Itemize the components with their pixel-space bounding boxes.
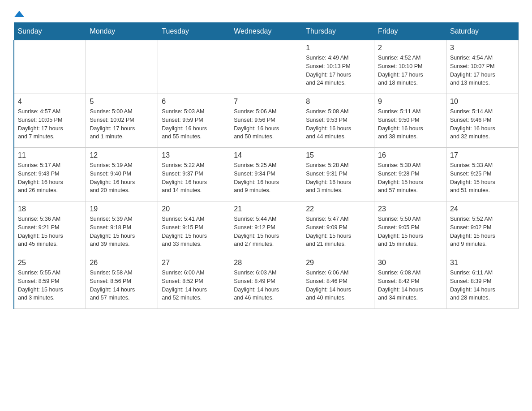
calendar-cell: 18Sunrise: 5:36 AM Sunset: 9:21 PM Dayli… [14, 201, 86, 255]
weekday-header-monday: Monday [86, 23, 158, 40]
day-info: Sunrise: 5:03 AM Sunset: 9:59 PM Dayligh… [162, 107, 226, 141]
calendar-cell: 31Sunrise: 6:11 AM Sunset: 8:39 PM Dayli… [446, 255, 519, 309]
calendar-cell: 26Sunrise: 5:58 AM Sunset: 8:56 PM Dayli… [86, 255, 158, 309]
day-info: Sunrise: 5:55 AM Sunset: 8:59 PM Dayligh… [18, 269, 82, 302]
calendar-cell: 12Sunrise: 5:19 AM Sunset: 9:40 PM Dayli… [86, 148, 158, 201]
calendar-cell: 6Sunrise: 5:03 AM Sunset: 9:59 PM Daylig… [158, 94, 230, 148]
calendar-cell: 30Sunrise: 6:08 AM Sunset: 8:42 PM Dayli… [374, 255, 446, 309]
day-number: 22 [306, 205, 370, 213]
day-info: Sunrise: 5:41 AM Sunset: 9:15 PM Dayligh… [162, 215, 226, 248]
day-number: 18 [18, 205, 82, 213]
day-info: Sunrise: 4:57 AM Sunset: 10:05 PM Daylig… [18, 107, 82, 141]
day-number: 23 [378, 205, 442, 213]
calendar-table: SundayMondayTuesdayWednesdayThursdayFrid… [13, 22, 519, 309]
calendar-cell: 27Sunrise: 6:00 AM Sunset: 8:52 PM Dayli… [158, 255, 230, 309]
day-number: 11 [18, 151, 82, 159]
calendar-cell: 5Sunrise: 5:00 AM Sunset: 10:02 PM Dayli… [86, 94, 158, 148]
day-number: 24 [450, 205, 515, 213]
day-info: Sunrise: 5:58 AM Sunset: 8:56 PM Dayligh… [90, 269, 154, 302]
calendar-cell [158, 40, 230, 94]
weekday-header-thursday: Thursday [302, 23, 374, 40]
day-number: 21 [234, 205, 298, 213]
calendar-week-row: 1Sunrise: 4:49 AM Sunset: 10:13 PM Dayli… [14, 40, 519, 94]
day-number: 4 [18, 98, 82, 106]
weekday-header-wednesday: Wednesday [230, 23, 302, 40]
logo-arrow-icon [14, 9, 24, 19]
calendar-cell [14, 40, 86, 94]
day-number: 10 [450, 98, 515, 106]
day-number: 1 [306, 44, 370, 52]
day-number: 28 [234, 259, 298, 267]
day-info: Sunrise: 6:00 AM Sunset: 8:52 PM Dayligh… [162, 269, 226, 302]
day-info: Sunrise: 5:47 AM Sunset: 9:09 PM Dayligh… [306, 215, 370, 248]
day-info: Sunrise: 4:52 AM Sunset: 10:10 PM Daylig… [378, 54, 442, 87]
day-info: Sunrise: 4:54 AM Sunset: 10:07 PM Daylig… [450, 54, 515, 87]
calendar-cell: 2Sunrise: 4:52 AM Sunset: 10:10 PM Dayli… [374, 40, 446, 94]
calendar-week-row: 4Sunrise: 4:57 AM Sunset: 10:05 PM Dayli… [14, 94, 519, 148]
calendar-header: SundayMondayTuesdayWednesdayThursdayFrid… [14, 23, 519, 40]
day-number: 12 [90, 151, 154, 159]
day-info: Sunrise: 5:30 AM Sunset: 9:28 PM Dayligh… [378, 161, 442, 195]
calendar-body: 1Sunrise: 4:49 AM Sunset: 10:13 PM Dayli… [14, 40, 519, 309]
calendar-cell: 1Sunrise: 4:49 AM Sunset: 10:13 PM Dayli… [302, 40, 374, 94]
day-number: 6 [162, 98, 226, 106]
day-number: 25 [18, 259, 82, 267]
day-number: 17 [450, 151, 515, 159]
day-info: Sunrise: 5:25 AM Sunset: 9:34 PM Dayligh… [234, 161, 298, 195]
day-info: Sunrise: 5:22 AM Sunset: 9:37 PM Dayligh… [162, 161, 226, 195]
calendar-week-row: 11Sunrise: 5:17 AM Sunset: 9:43 PM Dayli… [14, 148, 519, 201]
calendar-cell: 3Sunrise: 4:54 AM Sunset: 10:07 PM Dayli… [446, 40, 519, 94]
calendar-cell: 7Sunrise: 5:06 AM Sunset: 9:56 PM Daylig… [230, 94, 302, 148]
calendar-cell: 14Sunrise: 5:25 AM Sunset: 9:34 PM Dayli… [230, 148, 302, 201]
calendar-cell: 11Sunrise: 5:17 AM Sunset: 9:43 PM Dayli… [14, 148, 86, 201]
day-info: Sunrise: 5:36 AM Sunset: 9:21 PM Dayligh… [18, 215, 82, 248]
day-info: Sunrise: 5:28 AM Sunset: 9:31 PM Dayligh… [306, 161, 370, 195]
day-number: 26 [90, 259, 154, 267]
calendar-cell: 15Sunrise: 5:28 AM Sunset: 9:31 PM Dayli… [302, 148, 374, 201]
day-number: 13 [162, 151, 226, 159]
day-info: Sunrise: 4:49 AM Sunset: 10:13 PM Daylig… [306, 54, 370, 87]
logo [13, 9, 24, 18]
day-info: Sunrise: 6:11 AM Sunset: 8:39 PM Dayligh… [450, 269, 515, 302]
calendar-cell: 13Sunrise: 5:22 AM Sunset: 9:37 PM Dayli… [158, 148, 230, 201]
calendar-cell: 28Sunrise: 6:03 AM Sunset: 8:49 PM Dayli… [230, 255, 302, 309]
calendar-cell: 16Sunrise: 5:30 AM Sunset: 9:28 PM Dayli… [374, 148, 446, 201]
calendar-cell: 19Sunrise: 5:39 AM Sunset: 9:18 PM Dayli… [86, 201, 158, 255]
day-info: Sunrise: 5:50 AM Sunset: 9:05 PM Dayligh… [378, 215, 442, 248]
day-info: Sunrise: 5:52 AM Sunset: 9:02 PM Dayligh… [450, 215, 515, 248]
day-number: 7 [234, 98, 298, 106]
day-number: 30 [378, 259, 442, 267]
day-number: 19 [90, 205, 154, 213]
calendar-cell: 22Sunrise: 5:47 AM Sunset: 9:09 PM Dayli… [302, 201, 374, 255]
calendar-cell: 25Sunrise: 5:55 AM Sunset: 8:59 PM Dayli… [14, 255, 86, 309]
calendar-week-row: 18Sunrise: 5:36 AM Sunset: 9:21 PM Dayli… [14, 201, 519, 255]
day-info: Sunrise: 5:19 AM Sunset: 9:40 PM Dayligh… [90, 161, 154, 195]
day-info: Sunrise: 5:08 AM Sunset: 9:53 PM Dayligh… [306, 107, 370, 141]
day-info: Sunrise: 6:08 AM Sunset: 8:42 PM Dayligh… [378, 269, 442, 302]
day-number: 27 [162, 259, 226, 267]
day-info: Sunrise: 5:00 AM Sunset: 10:02 PM Daylig… [90, 107, 154, 141]
day-number: 29 [306, 259, 370, 267]
calendar-cell: 8Sunrise: 5:08 AM Sunset: 9:53 PM Daylig… [302, 94, 374, 148]
weekday-header-tuesday: Tuesday [158, 23, 230, 40]
calendar-cell: 4Sunrise: 4:57 AM Sunset: 10:05 PM Dayli… [14, 94, 86, 148]
day-number: 14 [234, 151, 298, 159]
day-info: Sunrise: 6:06 AM Sunset: 8:46 PM Dayligh… [306, 269, 370, 302]
day-number: 16 [378, 151, 442, 159]
calendar-cell: 29Sunrise: 6:06 AM Sunset: 8:46 PM Dayli… [302, 255, 374, 309]
weekday-header-saturday: Saturday [446, 23, 519, 40]
weekday-header-sunday: Sunday [14, 23, 86, 40]
weekday-header-row: SundayMondayTuesdayWednesdayThursdayFrid… [14, 23, 519, 40]
day-number: 2 [378, 44, 442, 52]
calendar-week-row: 25Sunrise: 5:55 AM Sunset: 8:59 PM Dayli… [14, 255, 519, 309]
day-number: 31 [450, 259, 515, 267]
day-number: 8 [306, 98, 370, 106]
calendar-cell: 21Sunrise: 5:44 AM Sunset: 9:12 PM Dayli… [230, 201, 302, 255]
day-info: Sunrise: 6:03 AM Sunset: 8:49 PM Dayligh… [234, 269, 298, 302]
calendar-cell: 23Sunrise: 5:50 AM Sunset: 9:05 PM Dayli… [374, 201, 446, 255]
day-info: Sunrise: 5:06 AM Sunset: 9:56 PM Dayligh… [234, 107, 298, 141]
calendar-cell: 24Sunrise: 5:52 AM Sunset: 9:02 PM Dayli… [446, 201, 519, 255]
calendar-cell: 20Sunrise: 5:41 AM Sunset: 9:15 PM Dayli… [158, 201, 230, 255]
day-info: Sunrise: 5:14 AM Sunset: 9:46 PM Dayligh… [450, 107, 515, 141]
day-number: 5 [90, 98, 154, 106]
